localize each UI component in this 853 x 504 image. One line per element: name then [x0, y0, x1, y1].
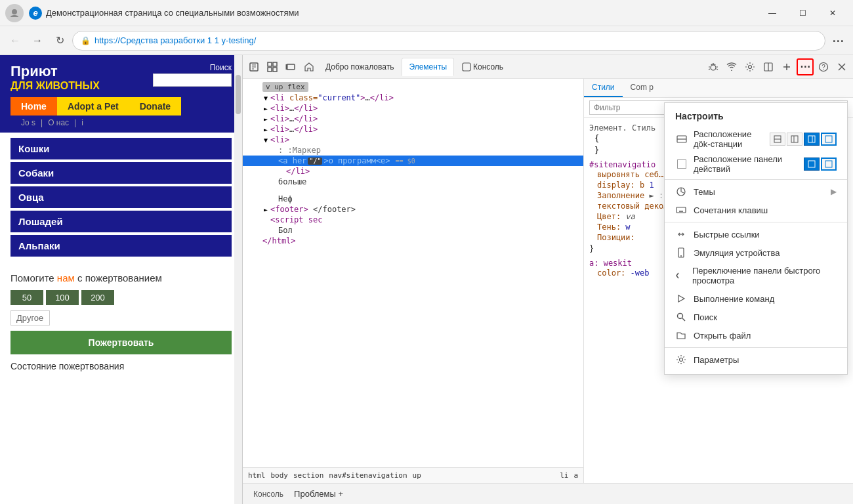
site-animals: Кошки Собаки Овца Лошадей Альпаки	[0, 133, 242, 264]
html-panel-content[interactable]: v up flex <li class="current"> … </li> <…	[243, 79, 583, 467]
bug-icon[interactable]	[705, 58, 722, 75]
html-line-nef[interactable]: Неф	[243, 194, 583, 204]
search-input[interactable]	[153, 74, 232, 87]
html-line-a-selected[interactable]: <a her "/" >о программ<e> == $0	[243, 156, 583, 166]
lock-icon: 🔒	[81, 36, 91, 45]
html-line-li-current[interactable]: <li class="current"> … </li>	[243, 93, 583, 103]
animal-cats[interactable]: Кошки	[10, 138, 232, 159]
wifi-icon[interactable]	[723, 58, 740, 75]
tab-styles[interactable]: Стили	[584, 79, 623, 97]
tab-elements[interactable]: Элементы	[402, 58, 454, 76]
svg-rect-31	[676, 207, 686, 213]
nav-item-home[interactable]: Home	[10, 97, 57, 116]
more-tools-button[interactable]: ⋯	[797, 58, 814, 75]
animal-alpacas[interactable]: Альпаки	[10, 235, 232, 257]
close-devtools-button[interactable]	[833, 58, 850, 75]
animal-dogs[interactable]: Собаки	[10, 162, 232, 184]
menu-item-quickview[interactable]: Переключение панели быстрого просмотра	[665, 262, 847, 289]
maximize-button[interactable]: ☐	[787, 3, 818, 24]
amount-50[interactable]: 50	[10, 290, 43, 305]
breadcrumb-li[interactable]: li	[560, 471, 568, 480]
html-line-upflex[interactable]: v up flex	[243, 81, 583, 93]
tab-console-top[interactable]: Консоль	[455, 58, 510, 76]
add-panel-icon[interactable]	[778, 58, 795, 75]
animal-horses[interactable]: Лошадей	[10, 211, 232, 232]
menu-item-settings[interactable]: Параметры	[665, 350, 847, 369]
menu-item-emulation[interactable]: Эмуляция устройства	[665, 243, 847, 262]
more-button[interactable]: ⋯	[828, 31, 848, 51]
triangle-icon[interactable]	[264, 206, 270, 213]
amount-100[interactable]: 100	[46, 290, 79, 305]
menu-item-quicklinks[interactable]: Быстрые ссылки	[665, 225, 847, 243]
menu-item-search[interactable]: Поиск	[665, 308, 847, 326]
scrollbar-thumb[interactable]	[236, 75, 241, 114]
minimize-button[interactable]: —	[757, 3, 787, 24]
triangle-icon[interactable]	[264, 136, 270, 144]
window-title: Демонстрационная страница со специальным…	[46, 8, 757, 18]
html-line-script[interactable]: <script sec	[243, 215, 583, 225]
element-picker-icon[interactable]	[264, 58, 281, 75]
menu-item-openfile[interactable]: Открыть файл	[665, 326, 847, 345]
donate-button[interactable]: Пожертвовать	[10, 331, 232, 354]
inspect-icon[interactable]	[245, 58, 262, 75]
amount-200[interactable]: 200	[81, 290, 114, 305]
html-line-li-3[interactable]: <li> … </li>	[243, 124, 583, 135]
close-button[interactable]: ✕	[818, 3, 848, 24]
dock-bottom-btn[interactable]	[770, 133, 785, 146]
divider-2	[665, 222, 847, 222]
breadcrumb-body[interactable]: body	[271, 471, 289, 480]
settings-icon-1[interactable]	[741, 58, 759, 75]
triangle-icon[interactable]	[264, 126, 270, 133]
openfile-label: Открыть файл	[694, 331, 751, 341]
html-line-html-close[interactable]: </html>	[243, 236, 583, 246]
tab-welcome[interactable]: Добро пожаловать	[319, 58, 400, 76]
actions-layout-icon	[675, 158, 688, 171]
triangle-icon[interactable]	[264, 105, 270, 112]
runcommands-label: Выполнение команд	[694, 294, 774, 304]
nav-item-adopt[interactable]: Adopt a Pet	[57, 97, 129, 116]
html-line-li-open[interactable]: <li>	[243, 135, 583, 145]
menu-item-themes[interactable]: Темы ▶	[665, 182, 847, 201]
actions-right-btn[interactable]	[821, 158, 837, 171]
user-avatar[interactable]	[5, 4, 24, 22]
triangle-icon[interactable]	[264, 94, 270, 102]
help-icon[interactable]: ?	[815, 58, 832, 75]
tab-console-bottom[interactable]: Консоль	[248, 487, 289, 501]
dock-icon[interactable]	[282, 58, 299, 75]
tab-comp[interactable]: Com p	[623, 79, 661, 97]
breadcrumb-item-1[interactable]: Jo s	[21, 118, 35, 127]
tab-issues[interactable]: Проблемы +	[294, 489, 343, 499]
actions-section: Расположение панели действий	[665, 152, 847, 177]
breadcrumb-a[interactable]: a	[573, 471, 578, 480]
html-line-li-close[interactable]: </li>	[243, 166, 583, 177]
menu-item-runcommands[interactable]: Выполнение команд	[665, 289, 847, 308]
dock-panel-icon[interactable]	[760, 58, 777, 75]
forward-button[interactable]: →	[28, 31, 47, 51]
dock-left-btn[interactable]	[787, 133, 802, 146]
address-bar[interactable]: 🔒 https://Средства разработки 1 1 y-test…	[72, 31, 825, 51]
breadcrumb-nav[interactable]: nav#sitenavigation	[329, 471, 407, 480]
breadcrumb-item-2[interactable]: О нас	[48, 118, 69, 127]
dock-separate-btn[interactable]	[821, 133, 837, 146]
refresh-button[interactable]: ↻	[50, 31, 70, 51]
nav-item-donate[interactable]: Donate	[129, 97, 181, 116]
dock-right-btn[interactable]	[804, 133, 820, 146]
menu-item-shortcuts[interactable]: Сочетания клавиш	[665, 201, 847, 219]
animal-sheep[interactable]: Овца	[10, 186, 232, 208]
html-line-bol[interactable]: Бол	[243, 225, 583, 236]
breadcrumb-section[interactable]: section	[293, 471, 323, 480]
svg-rect-25	[808, 136, 815, 142]
breadcrumb-up[interactable]: up	[413, 471, 421, 480]
home-icon[interactable]	[301, 58, 318, 75]
breadcrumb-html[interactable]: html	[248, 471, 266, 480]
html-line-bolshe[interactable]: больше	[243, 177, 583, 187]
html-line-li-2[interactable]: <li> … </li>	[243, 114, 583, 124]
html-line-footer[interactable]: <footer> </footer>	[243, 204, 583, 215]
html-line-li-1[interactable]: <li> … </li>	[243, 103, 583, 114]
triangle-icon[interactable]	[264, 116, 270, 123]
checkbox-icon[interactable]	[677, 159, 686, 169]
actions-left-btn[interactable]	[804, 158, 820, 171]
html-line-marker[interactable]: : :Маркер	[243, 145, 583, 156]
back-button[interactable]: ←	[5, 31, 25, 51]
breadcrumb-item-3[interactable]: i	[81, 118, 83, 127]
